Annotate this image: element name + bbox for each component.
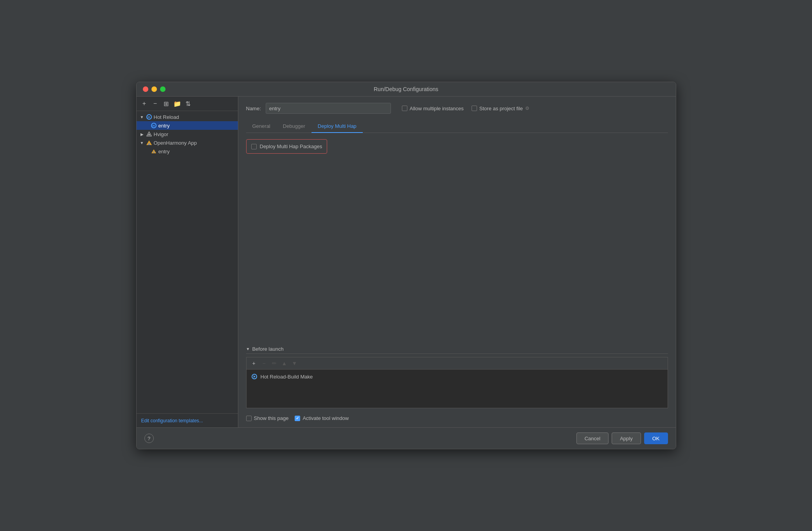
add-config-button[interactable]: + [140,99,149,108]
store-as-project-file-option: Store as project file ⚙ [472,106,529,111]
maximize-button[interactable] [160,86,166,92]
bottom-options: Show this page ✓ Activate tool window [246,412,668,421]
move-to-folder-button[interactable]: 📁 [173,99,182,108]
name-label: Name: [246,106,261,111]
before-launch-section: ▼ Before launch + − ✏ ▲ ▼ [246,346,668,421]
tab-deploy-multi-hap[interactable]: Deploy Multi Hap [311,120,363,133]
main-content: Name: Allow multiple instances Store as … [238,97,676,427]
sidebar-item-label: Hvigor [154,131,169,137]
before-launch-down-button[interactable]: ▼ [290,359,299,368]
sidebar-tree: ▼ H Hot Reload H [137,111,238,413]
chevron-down-icon: ▼ [140,141,144,145]
hot-reload-launch-icon [251,373,257,380]
tab-content-deploy-multi-hap: Deploy Multi Hap Packages [246,139,668,154]
sidebar-item-openharmony-group[interactable]: ▼ OpenHarmony App [137,138,238,147]
sidebar-item-openharmony-entry[interactable]: entry [137,147,238,156]
sidebar: + − ⊞ 📁 ⇅ ▼ H Hot Reload [137,97,238,427]
allow-multiple-instances-checkbox[interactable] [402,106,407,111]
before-launch-chevron[interactable]: ▼ [246,347,250,351]
dialog-footer: ? Cancel Apply OK [137,427,676,449]
sidebar-item-label: entry [158,149,170,154]
show-this-page-checkbox[interactable] [246,416,252,421]
sidebar-item-label: Hot Reload [154,114,179,120]
footer-left: ? [144,434,154,443]
before-launch-edit-button[interactable]: ✏ [270,359,279,368]
close-button[interactable] [143,86,148,92]
dialog-body: + − ⊞ 📁 ⇅ ▼ H Hot Reload [137,97,676,427]
allow-multiple-instances-option: Allow multiple instances [402,106,464,111]
launch-item-label: Hot Reload-Build Make [261,374,313,380]
tab-general[interactable]: General [246,120,277,133]
launch-toolbar: + − ✏ ▲ ▼ [246,357,668,369]
help-button[interactable]: ? [144,434,154,443]
launch-list-item: Hot Reload-Build Make [247,371,668,382]
store-as-project-file-checkbox[interactable] [472,106,477,111]
sidebar-item-hvigor-group[interactable]: ▶ Hvigor [137,130,238,138]
sidebar-item-label: OpenHarmony App [154,140,197,146]
remove-config-button[interactable]: − [151,99,160,108]
minimize-button[interactable] [151,86,157,92]
name-row: Name: Allow multiple instances Store as … [246,103,668,114]
activate-tool-window-checkbox[interactable]: ✓ [295,416,300,421]
show-this-page-option: Show this page [246,415,289,421]
deploy-multi-hap-row: Deploy Multi Hap Packages [246,139,328,154]
hot-reload-group-icon: H [146,114,152,120]
activate-tool-window-label: Activate tool window [302,415,349,421]
spacer [246,154,668,346]
sort-button[interactable]: ⇅ [184,99,193,108]
show-this-page-label: Show this page [254,415,289,421]
dialog-title: Run/Debug Configurations [374,86,438,92]
sidebar-item-hot-reload-group[interactable]: ▼ H Hot Reload [137,113,238,121]
footer-right: Cancel Apply OK [576,432,668,444]
tabs-bar: General Debugger Deploy Multi Hap [246,120,668,133]
store-as-project-file-label: Store as project file [479,106,523,111]
before-launch-label: Before launch [252,346,283,352]
openharmony-icon [146,140,152,146]
hvigor-icon [146,131,152,137]
entry-hot-reload-icon: H [151,122,157,129]
chevron-down-icon: ▼ [140,115,144,119]
sidebar-item-hot-reload-entry[interactable]: H entry [137,121,238,130]
entry-icon: H [151,123,157,128]
sidebar-toolbar: + − ⊞ 📁 ⇅ [137,97,238,111]
hot-reload-icon: H [146,114,152,120]
run-debug-dialog: Run/Debug Configurations + − ⊞ 📁 ⇅ ▼ H [136,82,676,449]
deploy-multi-hap-checkbox[interactable] [251,144,257,149]
ok-button[interactable]: OK [644,432,668,444]
before-launch-list: Hot Reload-Build Make [246,369,668,408]
tab-debugger[interactable]: Debugger [277,120,311,133]
gear-icon[interactable]: ⚙ [525,106,529,111]
sidebar-footer: Edit configuration templates... [137,413,238,427]
title-bar: Run/Debug Configurations [137,82,676,97]
edit-templates-link[interactable]: Edit configuration templates... [141,418,203,423]
before-launch-remove-button[interactable]: − [260,359,268,368]
before-launch-up-button[interactable]: ▲ [280,359,289,368]
name-input[interactable] [266,103,391,114]
chevron-right-icon: ▶ [140,132,144,136]
entry-openharmony-icon [151,148,157,154]
activate-tool-window-option: ✓ Activate tool window [295,415,349,421]
cancel-button[interactable]: Cancel [576,432,609,444]
copy-config-button[interactable]: ⊞ [162,99,171,108]
name-options: Allow multiple instances Store as projec… [402,106,529,111]
deploy-multi-hap-label: Deploy Multi Hap Packages [260,144,322,149]
before-launch-add-button[interactable]: + [250,359,258,368]
sidebar-item-label: entry [158,123,170,129]
apply-button[interactable]: Apply [612,432,641,444]
traffic-lights [143,86,166,92]
before-launch-header: ▼ Before launch [246,346,668,354]
allow-multiple-instances-label: Allow multiple instances [410,106,464,111]
